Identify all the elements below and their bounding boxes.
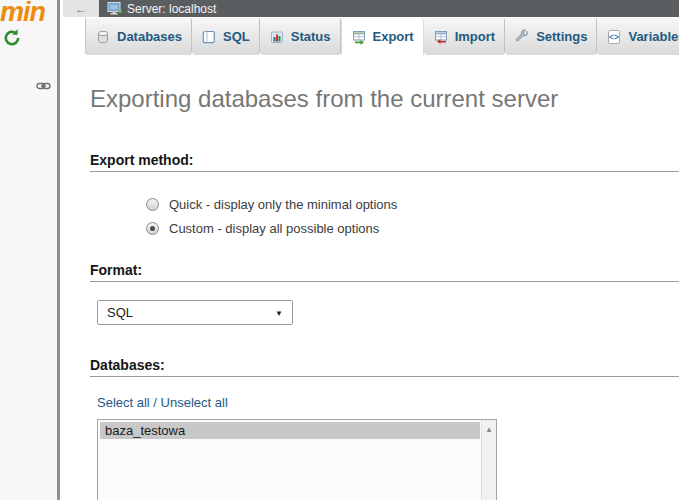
tab-label: SQL xyxy=(223,29,250,44)
format-selected-value: SQL xyxy=(107,305,133,320)
database-icon xyxy=(95,29,111,45)
server-breadcrumb[interactable]: Server: localhost xyxy=(127,2,216,16)
sql-scroll-icon xyxy=(201,29,217,45)
export-method-section: Export method: Quick - display only the … xyxy=(90,152,679,240)
export-method-legend: Export method: xyxy=(90,152,679,172)
server-icon xyxy=(107,2,122,15)
link-chain-icon[interactable] xyxy=(36,77,51,95)
tab-label: Import xyxy=(455,29,495,44)
databases-legend: Databases: xyxy=(90,357,679,377)
tab-status[interactable]: Status xyxy=(260,18,341,55)
radio-custom[interactable] xyxy=(146,222,159,235)
tab-variables[interactable]: <> Variables xyxy=(597,18,679,55)
export-page: Exporting databases from the current ser… xyxy=(63,85,679,500)
svg-text:<>: <> xyxy=(609,31,619,41)
unselect-all-link[interactable]: Unselect all xyxy=(161,395,228,410)
import-icon xyxy=(433,29,449,45)
link-separator: / xyxy=(150,395,161,410)
radio-option-custom[interactable]: Custom - display all possible options xyxy=(146,216,679,240)
tab-export[interactable]: Export xyxy=(341,18,424,55)
format-section: Format: SQL ▼ xyxy=(90,262,679,325)
export-method-options: Quick - display only the minimal options… xyxy=(146,192,679,240)
export-icon xyxy=(351,29,367,45)
refresh-icon[interactable] xyxy=(2,28,22,52)
page-title: Exporting databases from the current ser… xyxy=(90,85,679,113)
radio-option-quick[interactable]: Quick - display only the minimal options xyxy=(146,192,679,216)
select-all-link[interactable]: Select all xyxy=(97,395,150,410)
tab-settings[interactable]: Settings xyxy=(505,18,597,55)
phpmyadmin-logo[interactable]: min xyxy=(0,0,45,28)
main-tabbar: Databases SQL xyxy=(63,17,679,55)
tab-label: Databases xyxy=(117,29,182,44)
format-legend: Format: xyxy=(90,262,679,282)
radio-custom-label: Custom - display all possible options xyxy=(169,221,379,236)
format-select[interactable]: SQL ▼ xyxy=(97,300,293,325)
variables-icon: <> xyxy=(606,29,622,45)
select-links-row: Select all / Unselect all xyxy=(97,395,679,410)
listbox-scrollbar[interactable]: ▲ xyxy=(481,420,496,500)
wrench-icon xyxy=(514,29,530,45)
tab-label: Settings xyxy=(536,29,587,44)
status-chart-icon xyxy=(269,29,285,45)
databases-listbox[interactable]: baza_testowa ▲ xyxy=(97,419,497,500)
back-arrow-button[interactable]: ← xyxy=(71,3,91,15)
server-titlebar: ← Server: localhost xyxy=(63,0,679,17)
back-button-area: ← xyxy=(63,0,99,17)
scroll-up-icon[interactable]: ▲ xyxy=(482,425,496,434)
databases-section: Databases: Select all / Unselect all baz… xyxy=(90,357,679,500)
tab-label: Variables xyxy=(628,29,679,44)
tab-databases[interactable]: Databases xyxy=(85,18,192,55)
radio-quick-label: Quick - display only the minimal options xyxy=(169,197,397,212)
list-item-database[interactable]: baza_testowa xyxy=(100,422,480,439)
radio-quick[interactable] xyxy=(146,198,159,211)
tab-sql[interactable]: SQL xyxy=(192,18,260,55)
tab-label: Status xyxy=(291,29,331,44)
navigation-sidebar: min xyxy=(0,0,60,500)
phpmyadmin-window: min ← xyxy=(0,0,679,500)
tab-import[interactable]: Import xyxy=(424,18,505,55)
chevron-down-icon: ▼ xyxy=(275,309,283,318)
tab-label: Export xyxy=(373,29,414,44)
